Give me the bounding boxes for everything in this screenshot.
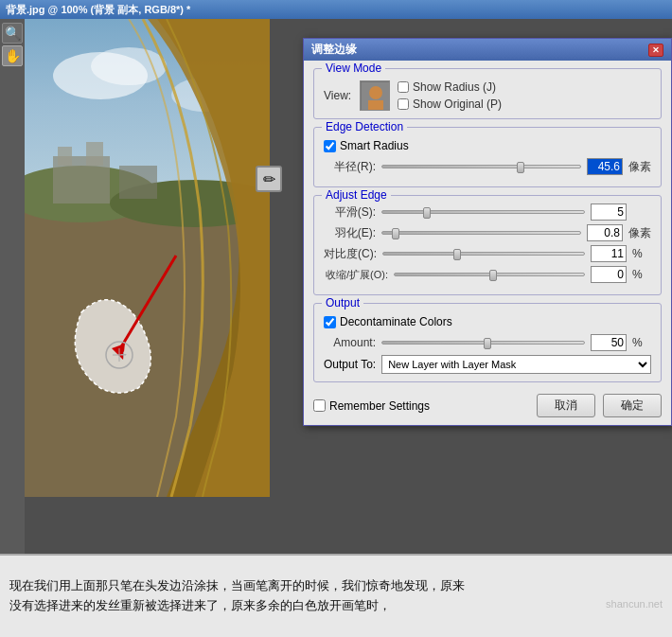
- dialog-body: View Mode View:: [304, 61, 671, 390]
- output-to-row: Output To: New Layer with Layer Mask New…: [324, 355, 651, 374]
- shift-thumb[interactable]: [489, 270, 497, 281]
- show-original-row: Show Original (P): [398, 97, 502, 111]
- canvas-image: +: [25, 19, 270, 554]
- cancel-button[interactable]: 取消: [537, 394, 595, 417]
- svg-point-2: [91, 47, 167, 85]
- contrast-input[interactable]: [591, 245, 627, 262]
- show-radius-label: Show Radius (J): [413, 80, 496, 94]
- bottom-text-line2: 没有选择进来的发丝重新被选择进来了，原来多余的白色放开画笔时， shancun.…: [9, 596, 663, 616]
- app-title: 背景.jpg @ 100% (背景 副本, RGB/8*) *: [6, 3, 190, 17]
- smooth-input[interactable]: [591, 203, 627, 221]
- svg-rect-10: [86, 142, 103, 166]
- contrast-thumb[interactable]: [453, 249, 461, 260]
- contrast-label: 对比度(C):: [324, 246, 377, 262]
- zoom-tool[interactable]: 🔍: [2, 23, 23, 44]
- amount-slider[interactable]: [381, 341, 585, 345]
- remember-label: Remember Settings: [329, 399, 430, 413]
- view-label-text: View:: [324, 89, 352, 102]
- svg-rect-20: [368, 100, 383, 111]
- show-radius-row: Show Radius (J): [398, 80, 502, 94]
- radius-row: 半径(R): 像素: [324, 158, 651, 175]
- smooth-slider[interactable]: [381, 210, 585, 214]
- adjust-edge-label: Adjust Edge: [322, 188, 391, 202]
- output-to-label: Output To:: [324, 358, 376, 371]
- smooth-thumb[interactable]: [423, 207, 431, 219]
- view-mode-row: View:: [324, 80, 651, 111]
- footer-buttons: 取消 确定: [537, 394, 662, 417]
- shift-unit: %: [632, 268, 651, 281]
- smart-radius-checkbox[interactable]: [324, 140, 336, 152]
- radius-slider-thumb[interactable]: [517, 162, 524, 173]
- contrast-slider[interactable]: [382, 252, 585, 256]
- hand-icon: ✋: [5, 48, 21, 63]
- ok-button[interactable]: 确定: [603, 394, 662, 417]
- shift-input[interactable]: [591, 266, 627, 283]
- amount-row: Amount: %: [324, 334, 651, 351]
- dialog-close-button[interactable]: ✕: [648, 44, 663, 57]
- shift-label: 收缩/扩展(O):: [324, 268, 388, 282]
- amount-thumb[interactable]: [484, 338, 491, 349]
- radius-label: 半径(R):: [324, 159, 376, 175]
- radius-unit: 像素: [628, 159, 651, 175]
- view-checkboxes: Show Radius (J) Show Original (P): [398, 80, 502, 111]
- smart-radius-text: Smart Radius: [340, 139, 409, 152]
- output-to-select[interactable]: New Layer with Layer Mask New Layer Laye…: [381, 355, 651, 374]
- content-area: 🔍 ✋: [0, 19, 672, 554]
- svg-rect-9: [58, 147, 72, 166]
- amount-input[interactable]: [591, 334, 627, 351]
- svg-text:+: +: [120, 348, 127, 362]
- feather-unit: 像素: [628, 225, 651, 241]
- decontaminate-label: Decontaminate Colors: [340, 315, 452, 328]
- contrast-row: 对比度(C): %: [324, 245, 651, 262]
- svg-rect-11: [119, 166, 157, 199]
- shift-row: 收缩/扩展(O): %: [324, 266, 651, 283]
- hand-tool[interactable]: ✋: [2, 45, 23, 66]
- feather-row: 羽化(E): 像素: [324, 224, 651, 241]
- brush-icon: ✏: [263, 170, 275, 188]
- feather-slider[interactable]: [381, 231, 581, 235]
- edge-detection-section: Edge Detection Smart Radius 半径(R): 像素: [313, 127, 662, 187]
- view-mode-label: View Mode: [322, 62, 385, 75]
- smooth-row: 平滑(S):: [324, 203, 651, 221]
- remember-checkbox[interactable]: [313, 399, 326, 412]
- adjust-edge-section: Adjust Edge 平滑(S): 羽化(E):: [313, 195, 662, 295]
- output-label: Output: [322, 296, 363, 310]
- zoom-icon: 🔍: [5, 26, 21, 41]
- right-area: ✏ 调整边缘 ✕ View Mode View:: [270, 19, 672, 554]
- show-original-checkbox[interactable]: [398, 98, 409, 110]
- view-thumbnail[interactable]: [360, 80, 390, 111]
- smooth-label: 平滑(S):: [324, 204, 376, 221]
- show-original-label: Show Original (P): [413, 97, 502, 111]
- watermark: shancun.net: [606, 596, 663, 616]
- dialog-footer: Remember Settings 取消 确定: [304, 390, 671, 425]
- dialog-title-bar: 调整边缘 ✕: [304, 39, 671, 61]
- remember-row: Remember Settings: [313, 399, 430, 413]
- canvas-svg: +: [25, 19, 270, 497]
- svg-point-19: [369, 86, 382, 99]
- output-section: Output Decontaminate Colors Amount:: [313, 303, 662, 382]
- dialog-window: 调整边缘 ✕ View Mode View:: [303, 38, 672, 426]
- dialog-title-text: 调整边缘: [311, 42, 357, 58]
- show-radius-checkbox[interactable]: [398, 81, 409, 93]
- decontaminate-checkbox[interactable]: [324, 316, 336, 328]
- amount-label: Amount:: [324, 336, 376, 349]
- feather-input[interactable]: [587, 224, 623, 241]
- feather-label: 羽化(E):: [324, 225, 376, 241]
- shift-slider[interactable]: [394, 273, 585, 276]
- amount-unit: %: [632, 336, 651, 349]
- radius-input[interactable]: [587, 158, 623, 175]
- feather-thumb[interactable]: [392, 228, 399, 239]
- radius-slider-track[interactable]: [381, 165, 581, 168]
- contrast-unit: %: [632, 247, 651, 260]
- bottom-panel: 现在我们用上面那只笔在头发边沿涂抹，当画笔离开的时候，我们惊奇地发现，原来 没有…: [0, 554, 672, 637]
- bottom-text-line2-content: 没有选择进来的发丝重新被选择进来了，原来多余的白色放开画笔时，: [9, 596, 391, 616]
- view-mode-section: View Mode View:: [313, 68, 662, 119]
- smart-radius-row: Smart Radius: [324, 139, 651, 152]
- decontaminate-row: Decontaminate Colors: [324, 315, 651, 328]
- app-title-bar: 背景.jpg @ 100% (背景 副本, RGB/8*) *: [0, 0, 672, 19]
- tools-sidebar: 🔍 ✋: [0, 19, 25, 554]
- app-window: 背景.jpg @ 100% (背景 副本, RGB/8*) * 🔍 ✋: [0, 0, 672, 637]
- bottom-text-line1: 现在我们用上面那只笔在头发边沿涂抹，当画笔离开的时候，我们惊奇地发现，原来: [9, 576, 663, 596]
- brush-tool-btn[interactable]: ✏: [256, 166, 282, 192]
- edge-detection-label: Edge Detection: [322, 120, 407, 133]
